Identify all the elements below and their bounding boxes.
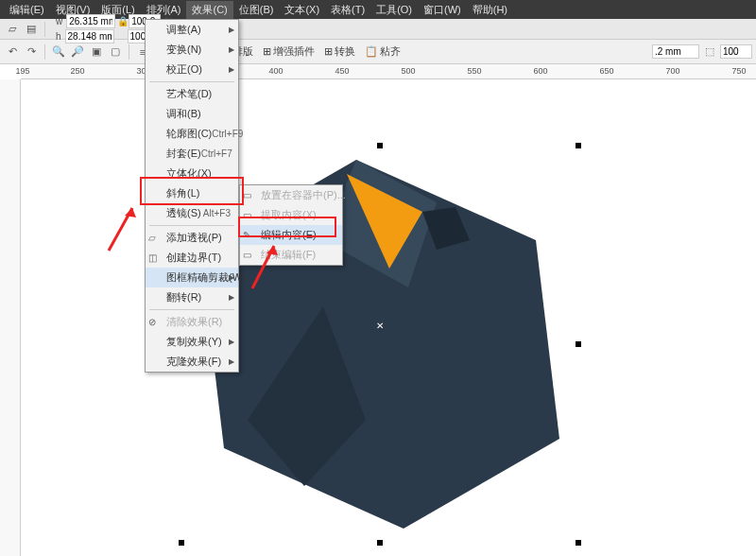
menu-tools[interactable]: 工具(O)	[370, 1, 418, 19]
effects-dropdown: 调整(A)▶变换(N)▶校正(O)▶艺术笔(D)调和(B)轮廓图(C)Ctrl+…	[145, 19, 239, 373]
redo-icon[interactable]: ↷	[23, 43, 40, 61]
zoom-level-input[interactable]	[720, 44, 752, 59]
fit-icon[interactable]: ▣	[88, 43, 105, 61]
effects-item[interactable]: 艺术笔(D)	[146, 84, 238, 104]
menu-bitmap[interactable]: 位图(B)	[233, 1, 280, 19]
effects-item: ⊘清除效果(R)	[146, 312, 238, 332]
effects-item[interactable]: 校正(O)▶	[146, 60, 238, 79]
width-input[interactable]	[66, 14, 115, 28]
tool-icon: ⊞	[263, 45, 271, 58]
outline-icon[interactable]: ⬚	[701, 43, 718, 61]
effects-item[interactable]: 克隆效果(F)▶	[146, 352, 238, 372]
standard-toolbar: ↶ ↷ 🔍 🔎 ▣ ▢ ≡ — ▼ ▭ ⊞排版 ⊞增强插件 ⊞转换 📋粘齐 ⬚	[0, 40, 756, 64]
tool-new-icon[interactable]: ▱	[4, 21, 21, 38]
menu-item-icon: ⊘	[148, 317, 162, 327]
annotation-arrow-2	[248, 236, 285, 293]
effects-item[interactable]: 封套(E)Ctrl+F7	[146, 144, 238, 164]
zoom-in-icon[interactable]: 🔍	[50, 43, 67, 61]
tool-open-icon[interactable]: ▤	[23, 21, 40, 38]
ruler-horizontal: 195 250 300 350 400 450 500 550 600 650 …	[21, 64, 756, 79]
effects-item[interactable]: 调和(B)	[146, 104, 238, 124]
chevron-right-icon: ▶	[229, 26, 234, 34]
selection-handle[interactable]	[576, 341, 581, 347]
menu-table[interactable]: 表格(T)	[325, 1, 370, 19]
selection-handle[interactable]	[576, 540, 581, 546]
menu-help[interactable]: 帮助(H)	[467, 1, 513, 19]
menu-item-icon: ▱	[148, 233, 162, 243]
ruler-vertical	[0, 79, 21, 556]
tool-icon: 📋	[365, 45, 378, 58]
effects-item[interactable]: 翻转(R)▶	[146, 287, 238, 307]
convert-button[interactable]: ⊞转换	[320, 44, 359, 59]
annotation-arrow-1	[104, 199, 142, 255]
effects-item[interactable]: 立体化(X)	[146, 164, 238, 183]
lock-icon[interactable]: 🔒	[117, 16, 127, 26]
canvas[interactable]: ✕	[21, 79, 756, 556]
effects-item[interactable]: 调整(A)▶	[146, 20, 238, 40]
effects-item[interactable]: 变换(N)▶	[146, 40, 238, 60]
effects-item[interactable]: 图框精确剪裁(W)▶	[146, 268, 238, 287]
height-input[interactable]	[65, 29, 114, 43]
selection-handle[interactable]	[377, 143, 383, 148]
menu-item-icon: ▭	[243, 190, 256, 200]
height-label: h	[56, 31, 61, 42]
property-bar: ▱ ▤ w 🔒 % h % ◐ ⋯	[0, 19, 756, 40]
selection-handle[interactable]	[576, 143, 581, 148]
effects-item[interactable]: 复制效果(Y)▶	[146, 332, 238, 352]
effects-item[interactable]: 斜角(L)	[146, 183, 238, 203]
undo-icon[interactable]: ↶	[4, 43, 21, 61]
menu-text[interactable]: 文本(X)	[279, 1, 325, 19]
chevron-right-icon: ▶	[229, 293, 234, 302]
selection-handle[interactable]	[179, 540, 184, 546]
outline-width-input[interactable]	[652, 44, 699, 59]
menu-edit[interactable]: 编辑(E)	[4, 1, 50, 19]
selection-handle[interactable]	[377, 540, 383, 546]
zoom-out-icon[interactable]: 🔎	[69, 43, 86, 61]
chevron-right-icon: ▶	[229, 45, 234, 54]
effects-item[interactable]: 轮廓图(C)Ctrl+F9	[146, 124, 238, 144]
tool-icon: ⊞	[324, 45, 333, 58]
strong-insert-button[interactable]: ⊞增强插件	[259, 44, 318, 59]
menu-item-icon: ▭	[243, 210, 256, 220]
chevron-right-icon: ▶	[229, 65, 234, 74]
menu-item-icon: ◫	[148, 252, 162, 263]
effects-item[interactable]: ◫创建边界(T)	[146, 248, 238, 268]
effects-item[interactable]: 透镜(S)Alt+F3	[146, 203, 238, 223]
menu-effects[interactable]: 效果(C)	[186, 1, 232, 19]
chevron-right-icon: ▶	[229, 273, 234, 282]
powerclip-item: ▭放置在容器中(P)...	[240, 185, 342, 205]
menu-window[interactable]: 窗口(W)	[418, 1, 467, 19]
chevron-right-icon: ▶	[229, 357, 234, 366]
fit-page-icon[interactable]: ▢	[107, 43, 124, 61]
paste-button[interactable]: 📋粘齐	[361, 44, 404, 59]
powerclip-item: ▭提取内容(X)	[240, 205, 342, 225]
selection-center-icon: ✕	[376, 321, 384, 331]
width-label: w	[56, 16, 62, 26]
chevron-right-icon: ▶	[229, 338, 234, 346]
effects-item[interactable]: ▱添加透视(P)	[146, 228, 238, 248]
